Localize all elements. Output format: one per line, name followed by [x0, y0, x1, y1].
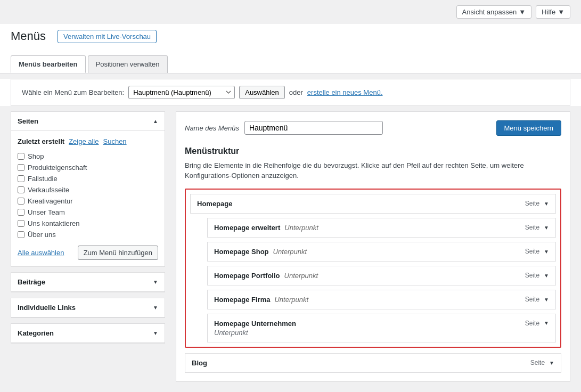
- menu-name-label: Name des Menüs: [185, 124, 239, 132]
- menu-item-homepage-erweitert[interactable]: Homepage erweitert Unterpunkt Seite ▼: [207, 218, 556, 238]
- menu-item-homepage-right: Seite ▼: [525, 200, 549, 207]
- menu-structure: Menüstruktur Bring die Elemente in die R…: [185, 146, 561, 373]
- checkbox-unser-team[interactable]: [18, 209, 24, 216]
- live-preview-button[interactable]: Verwalten mit Live-Vorschau: [58, 30, 157, 43]
- menu-name-input[interactable]: [244, 121, 383, 135]
- label-uns-kontaktieren: Uns kontaktieren: [28, 219, 80, 227]
- sidebar-section-seiten-content: Zuletzt erstellt Zeige alle Suchen Shop …: [11, 131, 165, 266]
- menu-structure-title: Menüstruktur: [185, 146, 561, 156]
- chevron-down-icon-he[interactable]: ▼: [544, 225, 549, 231]
- sidebar-section-beitraege-header[interactable]: Beiträge ▼: [11, 273, 165, 292]
- sidebar-section-beitraege: Beiträge ▼: [11, 272, 165, 292]
- menu-item-hu-left: Homepage Unternehmen Unterpunkt: [214, 320, 296, 337]
- select-all-link[interactable]: Alle auswählen: [18, 249, 64, 257]
- menu-item-hs-right: Seite ▼: [525, 248, 549, 255]
- menu-items-container: Homepage Seite ▼ Homepage erweitert: [185, 189, 561, 348]
- sidebar-section-individuelle-links-header[interactable]: Individuelle Links ▼: [11, 298, 165, 317]
- checkbox-shop[interactable]: [18, 153, 24, 160]
- menu-item-homepage-left: Homepage: [197, 200, 232, 208]
- chevron-down-icon-hu[interactable]: ▼: [544, 320, 549, 326]
- menu-item-homepage-firma[interactable]: Homepage Firma Unterpunkt Seite ▼: [207, 290, 556, 309]
- chevron-down-icon-hilfe: ▼: [558, 8, 564, 16]
- chevron-down-icon-beitraege: ▼: [153, 279, 158, 285]
- menu-dropdown[interactable]: Hauptmenü (Hauptmenü): [128, 86, 235, 99]
- or-text: oder: [289, 88, 303, 96]
- save-menu-button[interactable]: Menü speichern: [496, 120, 562, 136]
- menu-name-row: Name des Menüs Menü speichern: [185, 120, 561, 136]
- menu-item-hu-type: Seite: [525, 320, 539, 327]
- tab-suchen[interactable]: Suchen: [103, 137, 127, 145]
- menu-item-hf-left: Homepage Firma Unterpunkt: [214, 296, 308, 304]
- chevron-down-icon-kategorien: ▼: [153, 330, 158, 336]
- sidebar-section-individuelle-links-title: Individuelle Links: [18, 304, 76, 312]
- pages-list: Shop Produkteigenschaft Fallstudie: [18, 151, 158, 240]
- menu-item-hp-subtitle: Unterpunkt: [284, 272, 318, 280]
- add-to-menu-button[interactable]: Zum Menü hinzufügen: [78, 246, 158, 260]
- tab-zuletzt-erstellt[interactable]: Zuletzt erstellt: [18, 137, 64, 145]
- tab-zeige-alle[interactable]: Zeige alle: [69, 137, 99, 145]
- sidebar-section-seiten-title: Seiten: [18, 117, 38, 125]
- menu-item-he-right: Seite ▼: [525, 224, 549, 231]
- menu-item-he-subtitle: Unterpunkt: [284, 224, 318, 232]
- ansicht-button[interactable]: Ansicht anpassen ▼: [456, 5, 532, 19]
- checkbox-uns-kontaktieren[interactable]: [18, 220, 24, 227]
- menu-item-homepage[interactable]: Homepage Seite ▼: [190, 194, 556, 214]
- list-item: Uns kontaktieren: [18, 218, 158, 229]
- label-shop: Shop: [28, 152, 44, 160]
- menu-item-homepage-title: Homepage: [197, 200, 232, 208]
- checkbox-produkteigenschaft[interactable]: [18, 164, 24, 171]
- chevron-down-icon-homepage[interactable]: ▼: [544, 201, 549, 207]
- menu-item-homepage-shop[interactable]: Homepage Shop Unterpunkt Seite ▼: [207, 242, 556, 262]
- menu-item-hu-right: Seite ▼: [525, 320, 549, 327]
- tab-positionen-verwalten[interactable]: Positionen verwalten: [88, 55, 168, 73]
- create-menu-link[interactable]: erstelle ein neues Menü.: [307, 88, 383, 96]
- blog-item-type: Seite: [530, 359, 545, 366]
- chevron-down-icon-hp[interactable]: ▼: [544, 273, 549, 279]
- sidebar-tabs: Zuletzt erstellt Zeige alle Suchen: [18, 137, 158, 145]
- chevron-down-icon-hs[interactable]: ▼: [544, 249, 549, 255]
- list-item: Fallstudie: [18, 173, 158, 184]
- sidebar-section-seiten-header[interactable]: Seiten ▲: [11, 112, 165, 131]
- checkbox-fallstudie[interactable]: [18, 175, 24, 182]
- chevron-up-icon: ▲: [153, 118, 158, 124]
- label-produkteigenschaft: Produkteigenschaft: [28, 164, 87, 172]
- menu-item-hf-right: Seite ▼: [525, 296, 549, 303]
- menu-item-blog[interactable]: Blog Seite ▼: [185, 353, 561, 373]
- checkbox-ueber-uns[interactable]: [18, 231, 24, 238]
- menu-item-hu-title: Homepage Unternehmen: [214, 320, 296, 328]
- sidebar-section-kategorien-title: Kategorien: [18, 329, 54, 337]
- label-verkaufsseite: Verkaufsseite: [28, 186, 69, 194]
- chevron-down-icon: ▼: [519, 8, 526, 16]
- menu-item-hf-subtitle: Unterpunkt: [274, 296, 308, 304]
- menu-item-hf-type: Seite: [525, 296, 539, 303]
- label-kreativagentur: Kreativagentur: [28, 197, 73, 205]
- hilfe-button[interactable]: Hilfe ▼: [536, 5, 570, 19]
- menu-item-hs-subtitle: Unterpunkt: [273, 248, 307, 256]
- list-item: Shop: [18, 151, 158, 162]
- blog-item-left: Blog: [192, 359, 207, 367]
- blog-item-right: Seite ▼: [530, 359, 554, 366]
- menu-item-hp-right: Seite ▼: [525, 272, 549, 279]
- sidebar: Seiten ▲ Zuletzt erstellt Zeige alle Suc…: [11, 111, 165, 388]
- list-item: Über uns: [18, 229, 158, 240]
- menu-item-hp-left: Homepage Portfolio Unterpunkt: [214, 272, 318, 280]
- menu-name-left: Name des Menüs: [185, 121, 383, 135]
- chevron-down-icon-blog[interactable]: ▼: [549, 360, 554, 366]
- menu-item-homepage-portfolio[interactable]: Homepage Portfolio Unterpunkt Seite ▼: [207, 266, 556, 285]
- auswahlen-button[interactable]: Auswählen: [239, 86, 285, 99]
- menu-item-hp-title: Homepage Portfolio: [214, 272, 280, 280]
- sidebar-section-kategorien-header[interactable]: Kategorien ▼: [11, 324, 165, 343]
- sidebar-section-beitraege-title: Beiträge: [18, 278, 45, 286]
- menu-item-homepage-unternehmen[interactable]: Homepage Unternehmen Unterpunkt Seite ▼: [207, 314, 556, 342]
- menu-item-hs-type: Seite: [525, 248, 539, 255]
- menu-item-he-type: Seite: [525, 224, 539, 231]
- menu-item-hs-left: Homepage Shop Unterpunkt: [214, 248, 307, 256]
- menu-item-he-title: Homepage erweitert: [214, 224, 280, 232]
- tab-menus-bearbeiten[interactable]: Menüs bearbeiten: [11, 55, 86, 73]
- checkbox-verkaufsseite[interactable]: [18, 186, 24, 193]
- chevron-down-icon-hf[interactable]: ▼: [544, 297, 549, 303]
- list-item: Verkaufsseite: [18, 184, 158, 195]
- hilfe-label: Hilfe: [542, 8, 555, 16]
- checkbox-kreativagentur[interactable]: [18, 198, 24, 205]
- menu-item-hf-title: Homepage Firma: [214, 296, 270, 304]
